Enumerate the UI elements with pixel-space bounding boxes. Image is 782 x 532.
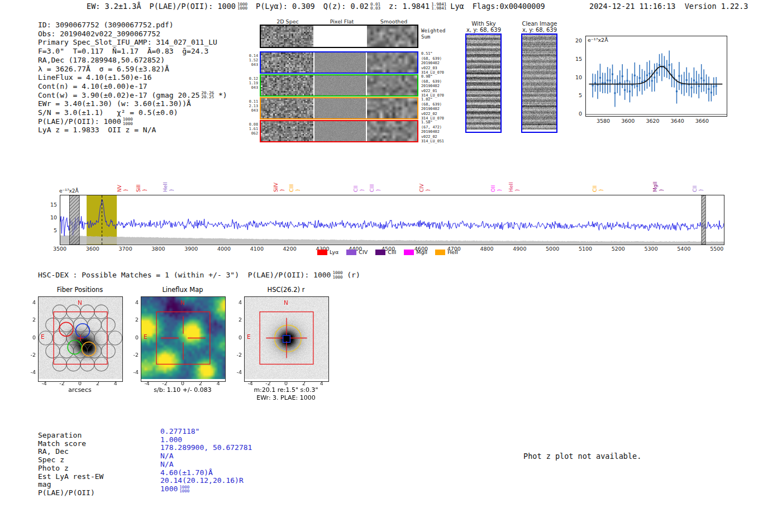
emission-line-brace: { bbox=[698, 189, 703, 191]
lineflux-map-title: Lineflux Map bbox=[138, 286, 227, 294]
spectrum-xtick: 4900 bbox=[509, 246, 530, 252]
emission-line-brace: { bbox=[514, 189, 519, 191]
line-fit-xtick: 3660 bbox=[694, 118, 710, 124]
spectrum-xtick: 5300 bbox=[641, 246, 661, 252]
spectrum-ylabel: e⁻¹⁷x2Å bbox=[59, 188, 79, 194]
withsky-title: With Sky bbox=[456, 21, 512, 27]
hsc-cutout-title: HSC(26.2) r bbox=[241, 286, 331, 294]
clean-image-frame bbox=[521, 33, 557, 133]
spectrum-xtick: 5100 bbox=[575, 246, 595, 252]
info-ewr: EWr = 3.40(±1.30) (w: 3.60(±1.30))Å bbox=[38, 99, 227, 108]
line-fit-xtick: 3640 bbox=[670, 118, 685, 124]
info-obs: Obs: 20190402v022_3090067752 bbox=[38, 30, 227, 39]
header-flags: Flags:0x00400009 bbox=[473, 2, 545, 11]
fiber1-2dspec-image bbox=[261, 52, 313, 73]
spectrum-xtick: 4100 bbox=[247, 246, 267, 252]
spec2d-fiber-row-4 bbox=[260, 120, 418, 142]
lineflux-compass-e: E bbox=[144, 333, 147, 340]
emission-line-brace: { bbox=[497, 189, 502, 191]
cutout-ytick: 2 bbox=[126, 317, 139, 323]
spectrum-xtick: 5400 bbox=[674, 246, 694, 252]
emission-line-label-civ: CIV bbox=[419, 184, 425, 192]
spectrum-xtick: 4200 bbox=[280, 246, 300, 252]
cutout-xtick: 2 bbox=[297, 380, 311, 386]
info-lineflux: LineFlux = 4.10(±1.50)e-16 bbox=[38, 73, 227, 82]
cutout-ytick: 0 bbox=[23, 334, 36, 341]
row-label-match-score: Match score bbox=[38, 440, 103, 448]
legend-label: CIII bbox=[388, 249, 396, 255]
emission-line-brace: { bbox=[142, 189, 147, 191]
cutout-xtick: -4 bbox=[244, 380, 257, 386]
emission-line-brace: { bbox=[359, 189, 364, 191]
cutout-ytick: 4 bbox=[230, 299, 242, 305]
fiber4-pixelflat-image bbox=[314, 121, 366, 141]
info-cont-n: Cont(n) = 4.10(±0.00)e-17 bbox=[38, 82, 227, 91]
legend-item-mgii: MgII bbox=[404, 249, 427, 255]
fiber2-smoothed-image bbox=[367, 75, 417, 95]
clean-image bbox=[522, 35, 556, 130]
spec2d-fiber-row-1 bbox=[260, 51, 418, 74]
spec2d-fiber-row-2 bbox=[260, 74, 418, 97]
cutout-ytick: -4 bbox=[23, 369, 36, 375]
cutout-xtick: 4 bbox=[315, 380, 328, 386]
fiber2-weights: 0.12 1.19 043 bbox=[245, 76, 258, 90]
info-primary-spec: Primary Spec_Slot_IFU_AMP: 314_027_011_L… bbox=[38, 38, 227, 47]
cutout-xtick: 0 bbox=[279, 380, 293, 386]
legend-swatch bbox=[435, 250, 445, 255]
col-header-smoothed: Smoothed bbox=[369, 18, 419, 25]
emission-line-label-ciii: CIII bbox=[369, 184, 375, 192]
line-fit-xtick: 3620 bbox=[645, 118, 660, 124]
emission-line-brace: { bbox=[659, 189, 664, 191]
spectrum-xtick: 3500 bbox=[50, 246, 70, 252]
cutout-ytick: -2 bbox=[230, 352, 242, 358]
photz-unavailable-notice: Phot z plot not available. bbox=[523, 452, 641, 461]
cutout-xtick: -2 bbox=[55, 380, 69, 386]
emission-line-label-siii: SiII bbox=[136, 184, 141, 192]
legend-label: Lyα bbox=[330, 249, 338, 255]
spectrum-xtick: 3600 bbox=[83, 246, 103, 252]
legend-swatch bbox=[404, 250, 414, 255]
info-radec: RA,Dec (178.289948,50.672852) bbox=[38, 56, 227, 65]
cutout-xtick: -4 bbox=[37, 380, 51, 386]
legend-item-ciii: CIII bbox=[375, 249, 396, 255]
legend-item-lyα: Lyα bbox=[317, 249, 338, 255]
col-header-pixelflat: Pixel Flat bbox=[316, 18, 368, 25]
header-line-name: Lyα bbox=[450, 2, 464, 11]
lineflux-xlabel: s/b: 1.10 +/- 0.083 bbox=[127, 386, 239, 394]
emission-line-label-cii: CII bbox=[592, 185, 598, 192]
withsky-image-frame bbox=[465, 33, 502, 133]
cutout-ytick: 4 bbox=[23, 299, 36, 305]
emission-line-label-siiv: SiIV bbox=[273, 183, 279, 192]
fiber-positions-image bbox=[39, 297, 122, 379]
hsc-xlabel-2: EWr: 3. PLAE: 1000 bbox=[230, 394, 342, 401]
info-plae: P(LAE)/P(OII): 100010001000 bbox=[38, 117, 227, 126]
lineflux-map-image bbox=[141, 297, 225, 379]
emission-line-brace: { bbox=[425, 189, 430, 191]
fiber4-weights: 0.08 1.61 062 bbox=[245, 122, 258, 136]
spectrum-xtick: 5000 bbox=[542, 246, 562, 252]
spectrum-xtick: 4800 bbox=[477, 246, 497, 252]
info-id: ID: 3090067752 (3090067752.pdf) bbox=[38, 21, 227, 30]
spectrum-xtick: 4000 bbox=[214, 246, 234, 252]
row-value-separation: 0.277118" bbox=[160, 428, 252, 436]
fiber4-smoothed-image bbox=[367, 121, 417, 141]
emission-line-label-heii: HeII bbox=[508, 182, 514, 192]
weighted-smoothed-image bbox=[367, 26, 417, 47]
row-label-est-lya-ew: Est LyA rest-EW bbox=[38, 473, 103, 481]
cutout-xtick: -2 bbox=[158, 380, 171, 386]
legend-item-heii: HeII bbox=[435, 249, 458, 255]
elixer-report-page: EW: 3.2±1.3Å P(LAE)/P(OII): 100010001000… bbox=[0, 0, 782, 532]
match-table-values: 0.277118" 1.000 178.289900, 50.672781 N/… bbox=[160, 428, 252, 493]
fiber1-weights: 0.14 1.52 043 bbox=[245, 54, 258, 68]
legend-swatch bbox=[317, 250, 327, 255]
fiber1-smoothed-image bbox=[367, 52, 417, 73]
line-fit-plot-frame bbox=[585, 36, 727, 117]
fiber3-weights: 0.11 2.13 043 bbox=[245, 99, 258, 113]
detection-info-block: ID: 3090067752 (3090067752.pdf) Obs: 201… bbox=[38, 21, 227, 135]
emission-line-label-oii: OII bbox=[490, 185, 496, 192]
row-value-specz: N/A bbox=[160, 452, 252, 461]
row-value-match-score: 1.000 bbox=[160, 436, 252, 444]
header-plae: P(LAE)/P(OII): 100010001000 bbox=[150, 2, 248, 11]
info-cont-w: Cont(w) = 3.90(±0.02)e-17 (gmag 20.2520.… bbox=[38, 91, 227, 100]
emission-line-label-nv: NV bbox=[117, 185, 122, 192]
